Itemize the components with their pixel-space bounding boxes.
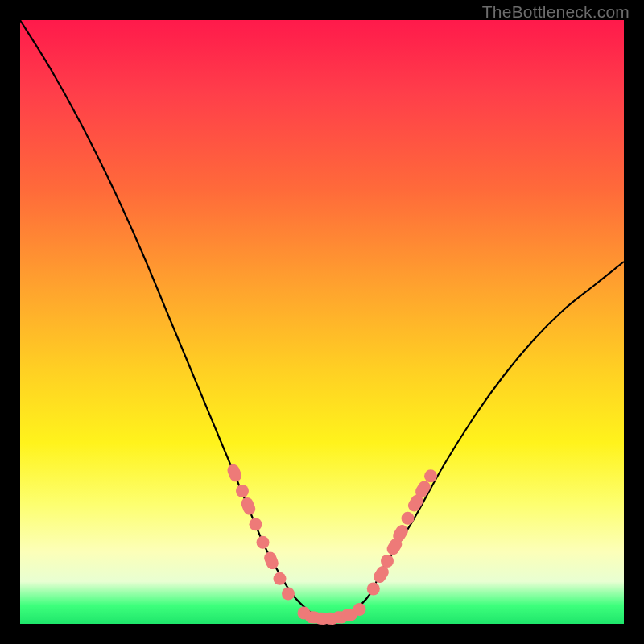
chart-frame: TheBottleneck.com	[0, 0, 644, 644]
bead	[381, 555, 394, 568]
curve-beads	[225, 463, 437, 625]
watermark-text: TheBottleneck.com	[482, 2, 630, 22]
plot-area	[20, 20, 624, 624]
bead	[257, 536, 270, 549]
bead-elong	[239, 496, 257, 517]
bead	[367, 583, 380, 596]
bead	[402, 512, 415, 525]
bead	[274, 572, 287, 585]
bottleneck-curve	[20, 20, 624, 618]
bead	[236, 485, 249, 497]
bead	[282, 588, 295, 601]
bead-elong	[225, 463, 243, 484]
bead	[424, 469, 437, 482]
bead	[250, 518, 262, 530]
curve-svg	[20, 20, 624, 624]
bead-elong	[262, 550, 280, 571]
bead	[353, 603, 366, 616]
